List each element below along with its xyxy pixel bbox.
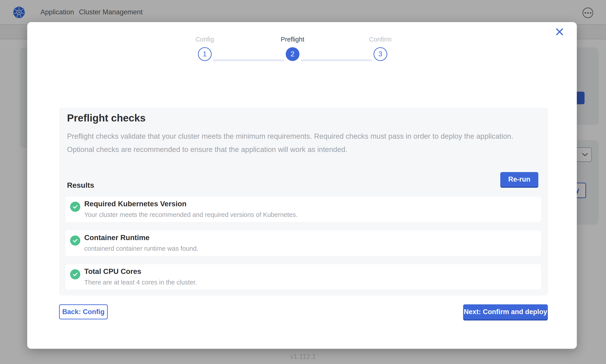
step-circle-3[interactable]: 3 <box>373 47 387 61</box>
step-circle-2[interactable]: 2 <box>286 47 300 61</box>
step-preflight: Preflight 2 <box>248 36 336 71</box>
result-row: Total CPU Cores There are at least 4 cor… <box>65 264 541 290</box>
back-button[interactable]: Back: Config <box>59 304 108 319</box>
result-description: There are at least 4 cores in the cluste… <box>84 279 197 286</box>
preflight-panel: Preflight checks Preflight checks valida… <box>59 108 548 296</box>
stepper-connector <box>301 59 372 61</box>
check-icon <box>70 269 80 279</box>
step-confirm: Confirm 3 <box>336 36 424 71</box>
check-icon <box>70 235 80 246</box>
result-description: Your cluster meets the recommended and r… <box>84 211 298 219</box>
preflight-wizard-modal: Config 1 Preflight 2 Confirm 3 Preflight… <box>27 22 577 349</box>
results-heading: Results <box>67 181 94 190</box>
result-title: Required Kubernetes Version <box>84 200 186 208</box>
stepper-connector <box>213 59 284 61</box>
close-icon[interactable] <box>554 26 565 38</box>
page-title: Preflight checks <box>67 112 146 124</box>
step-label: Preflight <box>281 36 304 44</box>
step-label: Config <box>195 36 214 44</box>
rerun-button[interactable]: Re-run <box>500 172 538 187</box>
result-title: Total CPU Cores <box>84 267 141 276</box>
result-row: Required Kubernetes Version Your cluster… <box>65 196 541 222</box>
preflight-description: Preflight checks validate that your clus… <box>67 130 529 156</box>
result-description: containerd container runtime was found. <box>84 245 198 252</box>
step-config: Config 1 <box>161 36 248 71</box>
check-icon <box>70 202 80 212</box>
step-circle-1[interactable]: 1 <box>198 47 212 61</box>
result-title: Container Runtime <box>84 234 150 242</box>
step-label: Confirm <box>369 36 392 44</box>
wizard-stepper: Config 1 Preflight 2 Confirm 3 <box>161 36 424 71</box>
next-button[interactable]: Next: Confirm and deploy <box>463 304 548 319</box>
result-row: Container Runtime containerd container r… <box>65 230 541 256</box>
